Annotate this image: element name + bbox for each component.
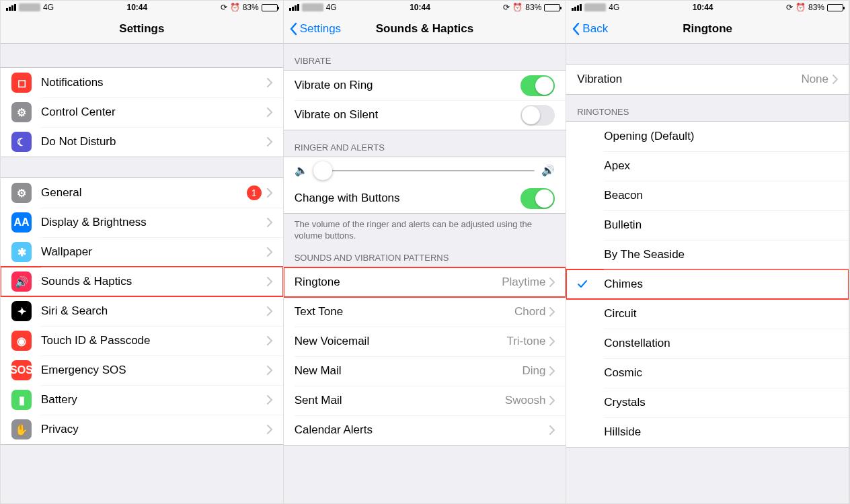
volume-slider[interactable]	[315, 170, 535, 171]
row-label: Circuit	[604, 307, 838, 321]
vibration-row[interactable]: Vibration None	[566, 65, 849, 94]
toggle[interactable]	[520, 105, 555, 126]
row-label: Opening (Default)	[604, 130, 838, 143]
row-label: Sent Mail	[295, 394, 505, 407]
status-time: 10:44	[693, 3, 713, 12]
settings-scroll[interactable]: ◻Notifications⚙Control Center☾Do Not Dis…	[1, 44, 283, 503]
row-label: Cosmic	[604, 366, 838, 380]
row-label: Siri & Search	[41, 304, 267, 318]
pattern-row-new-voicemail[interactable]: New VoicemailTri-tone	[284, 327, 566, 356]
pattern-row-sent-mail[interactable]: Sent MailSwoosh	[284, 386, 566, 415]
row-value: None	[801, 73, 828, 86]
pattern-row-new-mail[interactable]: New MailDing	[284, 356, 566, 386]
back-button[interactable]: Back	[572, 22, 608, 36]
settings-row-wallpaper[interactable]: ✱Wallpaper	[1, 237, 283, 267]
row-label: Bulletin	[604, 218, 838, 232]
settings-row-touchid[interactable]: ◉Touch ID & Passcode	[1, 326, 283, 355]
status-bar: 4G 10:44 ⟳ ⏰ 83%	[284, 1, 566, 14]
settings-row-general[interactable]: ⚙General1	[1, 178, 283, 208]
settings-row-sounds[interactable]: 🔊Sounds & Haptics	[1, 267, 283, 296]
chevron-right-icon	[549, 307, 555, 317]
ringtone-row-by-the-seaside[interactable]: By The Seaside	[566, 240, 849, 269]
vibrate-row[interactable]: Vibrate on Silent	[284, 100, 566, 130]
chevron-right-icon	[267, 188, 272, 198]
sounds-icon: 🔊	[11, 271, 32, 292]
chevron-right-icon	[267, 306, 272, 316]
chevron-right-icon	[267, 336, 272, 345]
orientation-lock-icon: ⟳	[503, 3, 510, 12]
ringtone-row-bulletin[interactable]: Bulletin	[566, 210, 849, 240]
touchid-icon: ◉	[11, 331, 32, 351]
screen-ringtone: 4G 10:44 ⟳ ⏰ 83% Back Ringtone Vibration…	[566, 1, 849, 503]
chevron-right-icon	[549, 425, 555, 435]
vibration-group: Vibration None	[566, 64, 849, 95]
settings-row-sos[interactable]: SOSEmergency SOS	[1, 355, 283, 385]
general-icon: ⚙	[11, 183, 32, 203]
status-bar: 4G 10:44 ⟳ ⏰ 83%	[566, 1, 849, 14]
page-title: Ringtone	[566, 22, 849, 36]
pattern-row-ringtone[interactable]: RingtonePlaytime	[284, 267, 566, 297]
speaker-high-icon: 🔊	[541, 164, 555, 177]
row-label: Display & Brightness	[41, 216, 267, 229]
network-type: 4G	[43, 3, 54, 12]
chevron-right-icon	[267, 78, 272, 87]
row-label: Sounds & Haptics	[41, 275, 267, 288]
settings-group-2: ⚙General1AADisplay & Brightness✱Wallpape…	[1, 177, 283, 445]
battery-icon	[262, 4, 278, 11]
row-label: Calendar Alerts	[295, 423, 546, 437]
ringtone-row-cosmic[interactable]: Cosmic	[566, 358, 849, 388]
settings-row-notifications[interactable]: ◻Notifications	[1, 68, 283, 97]
badge: 1	[247, 185, 262, 200]
chevron-right-icon	[267, 137, 272, 146]
settings-row-privacy[interactable]: ✋Privacy	[1, 415, 283, 444]
settings-row-siri[interactable]: ✦Siri & Search	[1, 296, 283, 326]
settings-row-display[interactable]: AADisplay & Brightness	[1, 208, 283, 237]
change-with-buttons-row[interactable]: Change with Buttons	[284, 183, 566, 213]
row-label: By The Seaside	[604, 248, 838, 261]
row-value: Swoosh	[505, 394, 545, 407]
row-label: General	[41, 186, 247, 200]
row-label: New Voicemail	[295, 335, 507, 348]
carrier-blur	[302, 3, 323, 11]
pattern-row-calendar-alerts[interactable]: Calendar Alerts	[284, 415, 566, 445]
ringtone-row-beacon[interactable]: Beacon	[566, 181, 849, 210]
back-button[interactable]: Settings	[289, 22, 341, 36]
change-with-buttons-toggle[interactable]	[520, 188, 555, 209]
row-label: Beacon	[604, 189, 838, 202]
settings-row-control-center[interactable]: ⚙Control Center	[1, 97, 283, 127]
settings-row-battery[interactable]: ▮Battery	[1, 385, 283, 415]
ringtone-row-circuit[interactable]: Circuit	[566, 299, 849, 329]
settings-row-dnd[interactable]: ☾Do Not Disturb	[1, 127, 283, 157]
pattern-row-text-tone[interactable]: Text ToneChord	[284, 297, 566, 327]
chevron-right-icon	[267, 108, 272, 117]
row-value: Tri-tone	[506, 335, 545, 348]
signal-icon	[572, 4, 582, 11]
chevron-right-icon	[549, 278, 555, 287]
row-label: Ringtone	[295, 276, 502, 289]
ringtone-scroll[interactable]: Vibration None RINGTONES Opening (Defaul…	[566, 44, 849, 503]
check-icon	[577, 279, 604, 290]
ringtone-row-apex[interactable]: Apex	[566, 151, 849, 181]
row-label: Hillside	[604, 425, 838, 439]
sounds-scroll[interactable]: VIBRATE Vibrate on RingVibrate on Silent…	[284, 44, 566, 503]
page-title: Settings	[1, 22, 283, 36]
ringtone-row-crystals[interactable]: Crystals	[566, 388, 849, 417]
ringtone-row-constellation[interactable]: Constellation	[566, 329, 849, 358]
signal-icon	[289, 4, 299, 11]
ringtone-row-opening-default-[interactable]: Opening (Default)	[566, 122, 849, 151]
row-label: Battery	[41, 393, 267, 407]
slider-thumb[interactable]	[313, 161, 332, 180]
control-center-icon: ⚙	[11, 102, 32, 122]
ringtone-row-hillside[interactable]: Hillside	[566, 417, 849, 447]
chevron-right-icon	[267, 395, 272, 405]
ringtones-group: Opening (Default)ApexBeaconBulletinBy Th…	[566, 121, 849, 448]
row-label: Control Center	[41, 106, 267, 119]
speaker-low-icon: 🔈	[295, 164, 308, 177]
row-label: Wallpaper	[41, 245, 267, 259]
section-vibrate-header: VIBRATE	[284, 44, 566, 70]
display-icon: AA	[11, 212, 32, 233]
row-label: Privacy	[41, 423, 267, 436]
vibrate-row[interactable]: Vibrate on Ring	[284, 71, 566, 100]
ringtone-row-chimes[interactable]: Chimes	[566, 269, 849, 299]
toggle[interactable]	[520, 75, 555, 96]
